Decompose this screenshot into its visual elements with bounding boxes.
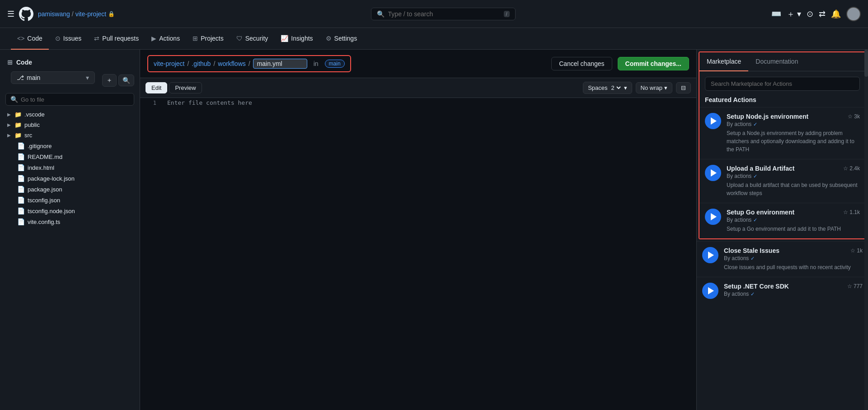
editor-controls: Spaces 2 4 ▾ No wrap ▾ ⊟ bbox=[583, 82, 691, 94]
terminal-icon[interactable]: ⌨️ bbox=[771, 9, 781, 19]
hamburger-icon[interactable]: ☰ bbox=[7, 9, 14, 19]
file-icon: 📄 bbox=[17, 142, 25, 149]
file-search[interactable]: 🔍 bbox=[5, 93, 134, 106]
file-tree: ▶ 📁 .vscode ▶ 📁 public ▶ 📁 src 📄 .gitign… bbox=[0, 109, 140, 227]
action-name-row: Close Stale Issues ☆ 1k bbox=[724, 247, 863, 254]
tree-item-vscode[interactable]: ▶ 📁 .vscode bbox=[4, 109, 136, 120]
action-name: Setup Node.js environment bbox=[727, 113, 808, 120]
issues-nav-icon: ⊙ bbox=[55, 35, 61, 42]
repo-owner-link[interactable]: pamiswang bbox=[38, 10, 70, 18]
tree-item-package-json[interactable]: 📄 package.json bbox=[4, 184, 136, 195]
tree-item-gitignore[interactable]: 📄 .gitignore bbox=[4, 140, 136, 151]
search-bar[interactable]: 🔍 / bbox=[371, 8, 516, 20]
tree-item-readme[interactable]: 📄 README.md bbox=[4, 151, 136, 162]
tree-item-label: .vscode bbox=[24, 111, 45, 118]
action-by: By actions ✓ bbox=[727, 173, 860, 179]
marketplace-search-input[interactable] bbox=[705, 77, 860, 91]
file-path-breadcrumb: vite-project / .github / workflows / in … bbox=[147, 55, 351, 72]
sidebar-toggle[interactable]: ⊞ bbox=[7, 59, 13, 66]
wrap-control[interactable]: No wrap ▾ bbox=[636, 82, 672, 93]
verified-badge: ✓ bbox=[753, 173, 757, 179]
breadcrumb-github[interactable]: .github bbox=[192, 60, 211, 67]
nav-item-code[interactable]: <> Code bbox=[11, 28, 49, 50]
play-icon bbox=[708, 287, 714, 294]
cancel-changes-button[interactable]: Cancel changes bbox=[551, 57, 612, 70]
nav-item-pullrequests[interactable]: ⇄ Pull requests bbox=[88, 28, 145, 50]
breadcrumb-repo[interactable]: vite-project bbox=[154, 60, 184, 67]
chevron-right-icon: ▶ bbox=[7, 122, 11, 127]
verified-badge: ✓ bbox=[751, 291, 755, 297]
star-count: 1k bbox=[857, 247, 863, 254]
issues-icon[interactable]: ⊙ bbox=[807, 9, 813, 19]
tree-item-index-html[interactable]: 📄 index.html bbox=[4, 162, 136, 173]
action-item-dotnet[interactable]: Setup .NET Core SDK ☆ 777 By actions ✓ bbox=[697, 277, 868, 304]
verified-badge: ✓ bbox=[753, 217, 757, 223]
nav-item-settings[interactable]: ⚙ Settings bbox=[319, 28, 364, 50]
tree-item-label: package.json bbox=[28, 186, 62, 193]
nav-item-insights[interactable]: 📈 Insights bbox=[274, 28, 319, 50]
nav-item-security[interactable]: 🛡 Security bbox=[230, 28, 275, 50]
scrollbar-track bbox=[864, 50, 868, 410]
projects-nav-icon: ⊞ bbox=[192, 35, 198, 42]
avatar[interactable] bbox=[846, 7, 861, 21]
tree-item-package-lock[interactable]: 📄 package-lock.json bbox=[4, 173, 136, 184]
star-icon: ☆ bbox=[847, 283, 852, 289]
breadcrumb-workflows[interactable]: workflows bbox=[218, 60, 245, 67]
action-item-go[interactable]: Setup Go environment ☆ 1.1k By actions ✓… bbox=[699, 203, 865, 238]
file-icon: 📄 bbox=[17, 175, 25, 182]
tree-item-src[interactable]: ▶ 📁 src bbox=[4, 130, 136, 140]
scrollbar-thumb[interactable] bbox=[864, 50, 868, 77]
action-name-row: Upload a Build Artifact ☆ 2.4k bbox=[727, 165, 860, 172]
tree-item-public[interactable]: ▶ 📁 public bbox=[4, 120, 136, 130]
notification-icon[interactable]: 🔔 bbox=[831, 9, 841, 19]
action-item-stale[interactable]: Close Stale Issues ☆ 1k By actions ✓ Clo… bbox=[697, 241, 868, 277]
featured-label: Featured Actions bbox=[699, 96, 865, 107]
nav-item-actions[interactable]: ▶ Actions bbox=[145, 28, 186, 50]
repo-nav: <> Code ⊙ Issues ⇄ Pull requests ▶ Actio… bbox=[0, 28, 868, 50]
nav-item-projects[interactable]: ⊞ Projects bbox=[186, 28, 230, 50]
search-icon: 🔍 bbox=[377, 10, 385, 18]
spaces-select[interactable]: 2 4 bbox=[610, 84, 622, 92]
tree-item-label: src bbox=[24, 132, 32, 139]
verified-badge: ✓ bbox=[753, 121, 757, 127]
tree-item-tsconfig-node[interactable]: 📄 tsconfig.node.json bbox=[4, 205, 136, 216]
navbar: ☰ pamiswang / vite-project 🔒 🔍 / ⌨️ ＋ ▾ … bbox=[0, 0, 868, 28]
line-content[interactable]: Enter file contents here bbox=[162, 98, 696, 108]
filename-input[interactable] bbox=[253, 59, 307, 69]
search-input[interactable] bbox=[388, 10, 500, 18]
tab-marketplace[interactable]: Marketplace bbox=[699, 52, 748, 71]
tree-item-tsconfig[interactable]: 📄 tsconfig.json bbox=[4, 195, 136, 205]
marketplace-panel: Marketplace Documentation Featured Actio… bbox=[696, 50, 868, 410]
action-item-nodejs[interactable]: Setup Node.js environment ☆ 3k By action… bbox=[699, 107, 865, 159]
action-name: Setup Go environment bbox=[727, 209, 794, 216]
add-file-button[interactable]: ＋ bbox=[102, 74, 117, 87]
star-count: 777 bbox=[854, 283, 863, 289]
action-stars: ☆ 2.4k bbox=[843, 165, 860, 172]
action-name-row: Setup .NET Core SDK ☆ 777 bbox=[724, 283, 863, 290]
navbar-left: ☰ pamiswang / vite-project 🔒 bbox=[7, 7, 115, 21]
split-view-button[interactable]: ⊟ bbox=[676, 82, 691, 93]
marketplace-outside: Close Stale Issues ☆ 1k By actions ✓ Clo… bbox=[697, 241, 868, 304]
tree-item-label: vite.config.ts bbox=[28, 219, 60, 225]
tab-preview[interactable]: Preview bbox=[169, 82, 202, 93]
github-logo[interactable] bbox=[19, 7, 33, 21]
breadcrumb-sep1: / bbox=[187, 60, 189, 67]
file-search-input[interactable] bbox=[21, 96, 129, 103]
plus-dropdown[interactable]: ＋ ▾ bbox=[787, 9, 801, 19]
branch-selector[interactable]: ⎇ main ▾ bbox=[11, 71, 95, 84]
tab-documentation[interactable]: Documentation bbox=[748, 52, 805, 71]
tree-item-label: package-lock.json bbox=[28, 175, 75, 182]
nav-actions-label: Actions bbox=[159, 35, 180, 42]
search-file-button[interactable]: 🔍 bbox=[118, 75, 134, 86]
action-item-artifact[interactable]: Upload a Build Artifact ☆ 2.4k By action… bbox=[699, 159, 865, 203]
tree-item-vite-config[interactable]: 📄 vite.config.ts bbox=[4, 216, 136, 227]
spaces-control[interactable]: Spaces 2 4 ▾ bbox=[583, 82, 632, 94]
nav-item-issues[interactable]: ⊙ Issues bbox=[49, 28, 88, 50]
pr-icon[interactable]: ⇄ bbox=[819, 9, 826, 19]
commit-changes-button[interactable]: Commit changes... bbox=[618, 57, 689, 70]
sidebar-title: Code bbox=[16, 59, 32, 66]
file-icon: 📄 bbox=[17, 164, 25, 171]
tab-edit[interactable]: Edit bbox=[145, 82, 167, 93]
code-editor[interactable]: 1 Enter file contents here bbox=[140, 98, 696, 410]
repo-name-link[interactable]: vite-project bbox=[75, 10, 106, 18]
